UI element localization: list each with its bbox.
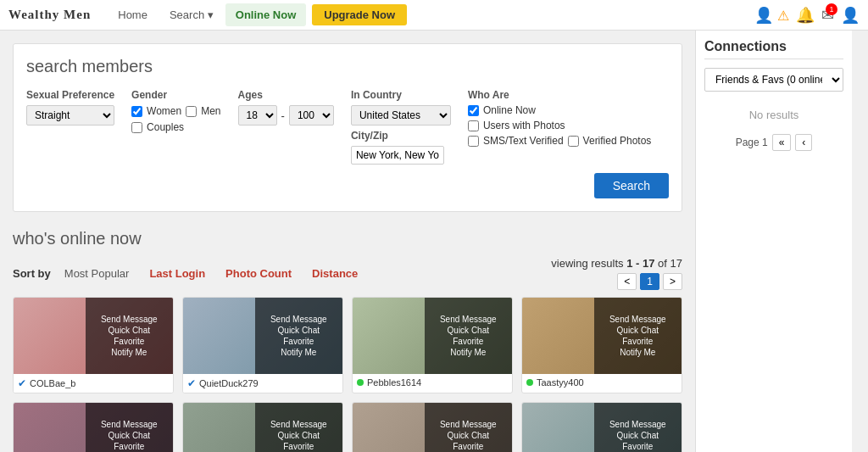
username[interactable]: COLBae_b <box>30 378 75 388</box>
action-send-message[interactable]: Send Message <box>598 315 677 324</box>
action-notify-me[interactable]: Notify Me <box>259 348 338 357</box>
sidebar-prev-page[interactable]: ‹ <box>795 134 812 151</box>
gender-label: Gender <box>131 89 220 101</box>
online-dot <box>526 379 533 386</box>
action-favorite[interactable]: Favorite <box>90 442 169 451</box>
bell-icon: 🔔 <box>796 7 815 24</box>
city-zip-input[interactable] <box>351 146 444 165</box>
online-now-who-label: Online Now <box>483 104 536 116</box>
header: Wealthy Men Home Search ▾ Online Now Upg… <box>0 0 868 31</box>
action-favorite[interactable]: Favorite <box>598 442 677 451</box>
age-min-select[interactable]: 182125 <box>238 105 277 126</box>
next-page-button[interactable]: > <box>663 273 682 290</box>
action-quick-chat[interactable]: Quick Chat <box>90 326 169 335</box>
alert-button[interactable]: 👤 ⚠ <box>754 6 789 25</box>
connections-filter-select[interactable]: Friends & Favs (0 online) <box>704 68 843 92</box>
messages-badge: 1 <box>826 3 837 15</box>
sms-label: SMS/Text Verified <box>483 135 564 147</box>
couples-label: Couples <box>147 121 184 133</box>
results-right: viewing results 1 - 17 of 17 < 1 > <box>551 257 682 290</box>
action-send-message[interactable]: Send Message <box>90 315 169 324</box>
action-quick-chat[interactable]: Quick Chat <box>429 326 508 335</box>
men-checkbox[interactable] <box>186 106 197 117</box>
action-favorite[interactable]: Favorite <box>429 442 508 451</box>
sms-checkbox[interactable] <box>468 136 479 147</box>
who-are-group: Who Are Online Now Users with Photos SMS… <box>468 89 651 147</box>
ages-label: Ages <box>238 89 334 101</box>
username[interactable]: QuietDuck279 <box>199 378 259 388</box>
action-send-message[interactable]: Send Message <box>90 420 169 429</box>
action-send-message[interactable]: Send Message <box>429 420 508 429</box>
action-favorite[interactable]: Favorite <box>259 337 338 346</box>
username[interactable]: Taastyy400 <box>537 377 584 388</box>
no-results-text: No results <box>704 109 843 121</box>
user-card: Send MessageQuick ChatFavoriteNotify MeU… <box>521 402 682 452</box>
action-favorite[interactable]: Favorite <box>598 337 677 346</box>
action-quick-chat[interactable]: Quick Chat <box>429 431 508 440</box>
results-info: viewing results 1 - 17 of 17 <box>551 257 682 270</box>
upgrade-button[interactable]: Upgrade Now <box>312 4 407 25</box>
notifications-button[interactable]: 🔔 <box>796 6 815 25</box>
user-card-overlay: Send MessageQuick ChatFavoriteNotify Me <box>425 403 512 452</box>
action-send-message[interactable]: Send Message <box>259 420 338 429</box>
action-send-message[interactable]: Send Message <box>259 315 338 324</box>
action-notify-me[interactable]: Notify Me <box>90 348 169 357</box>
messages-button[interactable]: ✉ 1 <box>821 6 834 25</box>
action-quick-chat[interactable]: Quick Chat <box>259 326 338 335</box>
action-quick-chat[interactable]: Quick Chat <box>259 431 338 440</box>
action-quick-chat[interactable]: Quick Chat <box>90 431 169 440</box>
page-1-button[interactable]: 1 <box>640 273 659 290</box>
user-card-overlay: Send MessageQuick ChatFavoriteNotify Me <box>594 403 682 452</box>
action-send-message[interactable]: Send Message <box>429 315 508 324</box>
sexual-preference-select[interactable]: Straight Gay Bisexual <box>26 105 114 126</box>
user-card: Send MessageQuick ChatFavoriteNotify MeP… <box>352 297 513 393</box>
nav-search[interactable]: Search ▾ <box>159 3 224 26</box>
sidebar-first-page[interactable]: « <box>772 134 792 151</box>
warning-icon: ⚠ <box>777 8 789 23</box>
main-nav: Home Search ▾ Online Now Upgrade Now <box>108 3 407 26</box>
sort-photo-count[interactable]: Photo Count <box>219 264 298 283</box>
username[interactable]: Pebbles1614 <box>367 377 421 388</box>
sexual-preference-label: Sexual Preference <box>26 89 114 101</box>
nav-home[interactable]: Home <box>108 3 158 26</box>
age-max-select[interactable]: 1005075 <box>289 105 334 126</box>
profile-button[interactable]: 👤 <box>841 6 860 25</box>
search-btn-row: Search <box>26 173 669 198</box>
users-photos-checkbox[interactable] <box>468 120 479 131</box>
prev-page-button[interactable]: < <box>617 273 637 290</box>
user-card-overlay: Send MessageQuick ChatFavoriteNotify Me <box>425 298 512 374</box>
couples-checkbox[interactable] <box>131 122 142 133</box>
user-photo: Send MessageQuick ChatFavoriteNotify Me <box>183 298 342 374</box>
user-photo: Send MessageQuick ChatFavoriteNotify Me <box>353 298 512 374</box>
verified-photos-checkbox[interactable] <box>568 136 579 147</box>
action-notify-me[interactable]: Notify Me <box>429 348 508 357</box>
online-now-checkbox[interactable] <box>468 105 479 116</box>
users-photos-label: Users with Photos <box>483 120 565 131</box>
user-photo: Send MessageQuick ChatFavoriteNotify Me <box>522 403 682 452</box>
search-button[interactable]: Search <box>594 173 669 198</box>
action-send-message[interactable]: Send Message <box>598 420 677 429</box>
country-label: In Country <box>351 89 451 101</box>
action-favorite[interactable]: Favorite <box>259 442 338 451</box>
sidebar-pagination: Page 1 « ‹ <box>704 134 843 151</box>
action-notify-me[interactable]: Notify Me <box>598 348 677 357</box>
search-form: Sexual Preference Straight Gay Bisexual … <box>26 89 669 165</box>
action-favorite[interactable]: Favorite <box>429 337 508 346</box>
whos-online-section: who's online now Sort by Most Popular La… <box>13 229 682 452</box>
nav-online-now[interactable]: Online Now <box>225 3 307 26</box>
action-favorite[interactable]: Favorite <box>90 337 169 346</box>
site-logo: Wealthy Men <box>8 8 91 22</box>
women-checkbox[interactable] <box>131 106 142 117</box>
user-card-overlay: Send MessageQuick ChatFavoriteNotify Me <box>255 403 342 452</box>
sort-most-popular[interactable]: Most Popular <box>58 264 136 283</box>
sort-distance[interactable]: Distance <box>305 264 364 283</box>
country-select[interactable]: United States Canada United Kingdom <box>351 105 451 126</box>
action-quick-chat[interactable]: Quick Chat <box>598 326 677 335</box>
sms-verified-row: SMS/Text Verified Verified Photos <box>468 135 651 147</box>
verified-icon: ✔ <box>187 377 196 389</box>
user-photo: Send MessageQuick ChatFavoriteNotify Me <box>14 298 173 374</box>
user-card-overlay: Send MessageQuick ChatFavoriteNotify Me <box>86 403 173 452</box>
women-checkbox-row: Women Men <box>131 105 220 117</box>
sort-last-login[interactable]: Last Login <box>142 264 212 283</box>
action-quick-chat[interactable]: Quick Chat <box>598 431 677 440</box>
